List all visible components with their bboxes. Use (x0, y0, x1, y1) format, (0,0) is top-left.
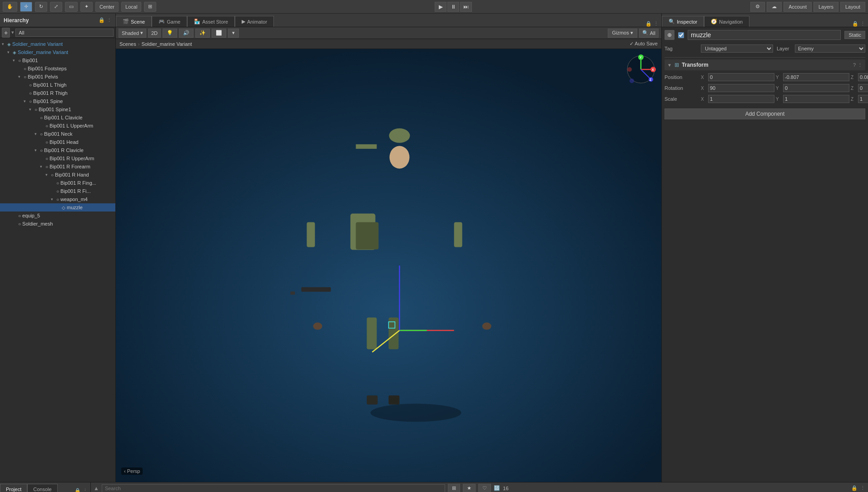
assets-star-btn[interactable]: ★ (463, 484, 476, 492)
assets-fave-btn[interactable]: ♡ (478, 484, 491, 492)
snap-btn[interactable]: ⊞ (144, 2, 156, 12)
rot-z-input[interactable] (858, 84, 868, 92)
hierarchy-search[interactable] (15, 29, 114, 37)
scale-x-input[interactable] (708, 95, 774, 103)
hand-tool-btn[interactable]: ✋ (3, 2, 17, 12)
inspector-lock-icon[interactable]: 🔒 (852, 21, 858, 27)
scene-extra-btn[interactable]: ⬜ (212, 29, 226, 38)
inspector-menu-icon[interactable]: ⋮ (860, 21, 865, 27)
layers-btn[interactable]: Layers (813, 2, 838, 12)
tab-console[interactable]: Console (27, 484, 57, 492)
tree-item[interactable]: ○ Bip001 L UpperArm (0, 122, 115, 130)
scale-y-input[interactable] (783, 95, 849, 103)
tree-item[interactable]: ○ Bip001 Head (0, 138, 115, 146)
tree-item[interactable]: ▾ ○ Bip001 Spine1 (0, 105, 115, 113)
breadcrumb-variant[interactable]: Soldier_marine Variant (141, 41, 192, 47)
object-icon: ○ (35, 107, 37, 112)
assets-search-input[interactable] (102, 484, 445, 492)
step-btn[interactable]: ⏭ (460, 2, 472, 12)
tab-asset-store[interactable]: 🏪 Asset Store (187, 16, 235, 27)
move-tool-btn[interactable]: ✛ (20, 2, 32, 12)
transform-tool-btn[interactable]: ✦ (80, 2, 93, 12)
tree-item-muzzle[interactable]: ◇ muzzle (0, 203, 115, 212)
shaded-dropdown[interactable]: Shaded ▾ (119, 29, 146, 38)
tree-item[interactable]: ▾ ○ weapon_m4 (0, 195, 115, 203)
hierarchy-menu-icon[interactable]: ⋮ (107, 17, 112, 23)
tree-item[interactable]: ▾ ○ Bip001 (0, 56, 115, 64)
tab-game[interactable]: 🎮 Game (152, 16, 187, 27)
tree-item[interactable]: ▾ ◈ Soldier_marine Variant (0, 48, 115, 56)
rot-y-input[interactable] (783, 84, 849, 92)
tag-select[interactable]: Untagged (701, 44, 773, 53)
light-btn[interactable]: 💡 (163, 29, 177, 38)
assets-view-btn[interactable]: ⊞ (448, 484, 460, 492)
scene-panel-menu-icon[interactable]: ⋮ (654, 21, 659, 27)
pos-y-input[interactable] (783, 73, 849, 81)
svg-point-37 (627, 67, 632, 72)
collab-btn[interactable]: ☁ (767, 2, 782, 12)
transform-menu-btn[interactable]: ⋮ (858, 62, 863, 68)
gizmos-btn[interactable]: Gizmos ▾ (608, 29, 637, 38)
fx-btn[interactable]: ✨ (195, 29, 210, 38)
tree-item[interactable]: ○ Bip001 L Thigh (0, 81, 115, 89)
layer-select[interactable]: Enemy (795, 44, 865, 53)
pos-z-input[interactable] (858, 73, 868, 81)
rotate-tool-btn[interactable]: ↻ (35, 2, 47, 12)
rot-x-input[interactable] (708, 84, 774, 92)
scene-panel-lock-icon[interactable]: 🔒 (645, 21, 652, 27)
project-lock-icon[interactable]: 🔒 (74, 488, 81, 492)
pause-btn[interactable]: ⏸ (447, 2, 459, 12)
layout-btn[interactable]: Layout (840, 2, 865, 12)
tree-item[interactable]: ▾ ○ Bip001 Neck (0, 130, 115, 138)
tree-item[interactable]: ○ Bip001 R UpperArm (0, 154, 115, 162)
audio-btn[interactable]: 🔊 (179, 29, 193, 38)
hierarchy-toolbar: + ▾ (0, 27, 115, 38)
pivot-center-btn[interactable]: Center (95, 2, 119, 12)
assets-lock-icon[interactable]: 🔒 (851, 485, 858, 491)
tree-item[interactable]: ○ Bip001 R Fing... (0, 179, 115, 187)
scene-extra2-btn[interactable]: ▾ (228, 29, 239, 38)
settings-btn[interactable]: ⚙ (750, 2, 765, 12)
scene-gizmo[interactable]: Y X Z (625, 54, 657, 85)
transform-help-btn[interactable]: ? (853, 62, 856, 68)
all-dropdown[interactable]: 🔍 All (639, 29, 659, 38)
breadcrumb-scenes[interactable]: Scenes (119, 41, 136, 47)
static-button[interactable]: Static (844, 31, 865, 39)
tree-item[interactable]: ▾ ○ Bip001 R Forearm (0, 162, 115, 171)
object-enabled-checkbox[interactable] (678, 32, 684, 38)
pos-x-input[interactable] (708, 73, 774, 81)
rect-tool-btn[interactable]: ▭ (65, 2, 78, 12)
project-menu-icon[interactable]: ⋮ (83, 488, 88, 492)
tree-item[interactable]: ▾ ○ Bip001 R Clavicle (0, 146, 115, 154)
tree-item[interactable]: ○ Bip001 Footsteps (0, 64, 115, 73)
tree-item[interactable]: ○ Bip001 L Clavicle (0, 113, 115, 122)
tree-item[interactable]: ▾ ○ Bip001 Spine (0, 97, 115, 105)
2d-btn[interactable]: 2D (148, 29, 161, 38)
persp-label: ‹ Persp (121, 467, 143, 475)
tab-navigation[interactable]: 🧭 Navigation (704, 16, 749, 27)
hierarchy-add-btn[interactable]: + (2, 28, 10, 38)
pivot-local-btn[interactable]: Local (121, 2, 141, 12)
scale-tool-btn[interactable]: ⤢ (50, 2, 62, 12)
play-btn[interactable]: ▶ (435, 2, 446, 12)
account-btn[interactable]: Account (784, 2, 812, 12)
assets-menu-icon[interactable]: ⋮ (860, 485, 865, 491)
scale-z-input[interactable] (858, 95, 868, 103)
object-name-field[interactable]: muzzle (688, 30, 841, 40)
hierarchy-lock-icon[interactable]: 🔒 (99, 17, 105, 23)
tab-animator[interactable]: ▶ Animator (235, 16, 274, 27)
tree-item[interactable]: ○ equip_5 (0, 212, 115, 220)
tree-item[interactable]: ○ Bip001 R Fi... (0, 187, 115, 195)
auto-save-check[interactable]: ✓ Auto Save (630, 41, 658, 47)
tree-item[interactable]: ▾ ○ Bip001 Pelvis (0, 73, 115, 81)
tab-scene[interactable]: 🎬 Scene (116, 16, 152, 27)
tree-item[interactable]: ○ Bip001 R Thigh (0, 89, 115, 97)
tree-item[interactable]: ○ Soldier_mesh (0, 220, 115, 228)
add-component-button[interactable]: Add Component (665, 108, 865, 119)
transform-section-header[interactable]: ▼ ⊞ Transform ? ⋮ (665, 59, 865, 70)
tab-project[interactable]: Project (0, 484, 27, 492)
scene-view[interactable]: Y X Z ‹ Persp (116, 49, 661, 482)
tree-item[interactable]: ▾ ○ Bip001 R Hand (0, 171, 115, 179)
tree-item[interactable]: ▾ ◈ Soldier_marine Variant (0, 40, 115, 48)
tab-inspector[interactable]: 🔍 Inspector (662, 16, 704, 27)
